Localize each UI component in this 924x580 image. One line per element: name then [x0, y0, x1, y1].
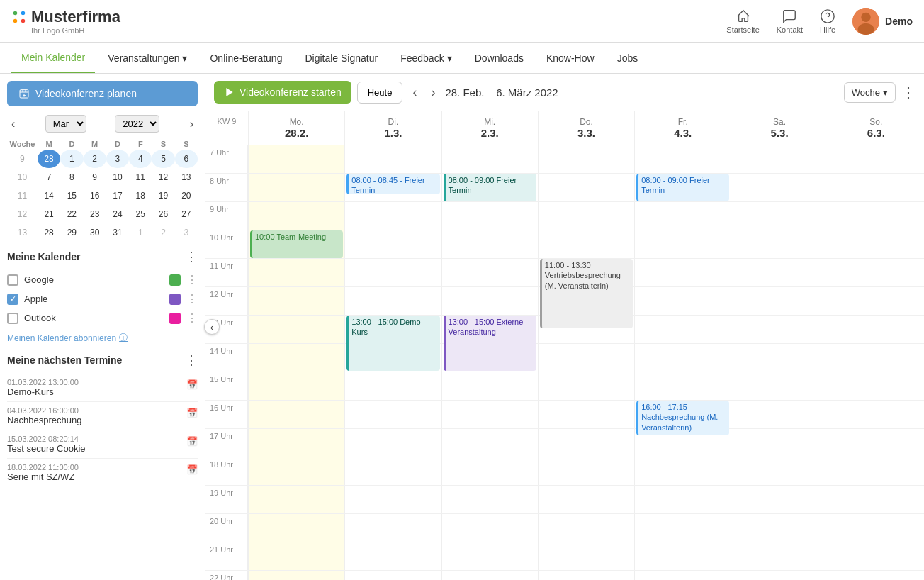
day-cell-21-1[interactable]	[344, 542, 441, 570]
calendar-day[interactable]: 18	[129, 186, 152, 205]
add-videoconference-button[interactable]: Videokonferenz planen	[7, 81, 198, 106]
day-cell-13-0[interactable]	[248, 316, 344, 343]
day-cell-18-6[interactable]	[828, 457, 924, 485]
day-cell-13-4[interactable]	[634, 316, 731, 343]
day-cell-10-3[interactable]	[538, 230, 634, 258]
calendar-color-google[interactable]	[169, 274, 181, 286]
calendar-menu-apple[interactable]: ⋮	[186, 292, 198, 306]
day-cell-10-0[interactable]: 10:00 Team-Meeting	[248, 230, 344, 258]
help-nav[interactable]: Hilfe	[820, 9, 835, 34]
day-cell-15-2[interactable]	[441, 372, 538, 400]
day-cell-14-3[interactable]	[538, 344, 634, 372]
day-cell-15-6[interactable]	[828, 372, 924, 400]
nav-jobs[interactable]: Jobs	[607, 44, 648, 72]
day-cell-17-1[interactable]	[344, 429, 441, 457]
subscribe-link[interactable]: Meinen Kalender abonnieren ⓘ	[7, 332, 198, 344]
calendar-day[interactable]: 21	[38, 205, 60, 223]
calendar-day[interactable]: 16	[84, 186, 106, 205]
calendar-day[interactable]: 14	[38, 186, 60, 205]
calendar-day[interactable]: 1	[129, 223, 152, 242]
day-cell-8-3[interactable]	[538, 174, 634, 201]
calendar-day[interactable]: 20	[175, 186, 198, 205]
day-cell-18-1[interactable]	[344, 457, 441, 485]
calendar-day[interactable]: 25	[129, 205, 152, 223]
day-cell-18-3[interactable]	[538, 457, 634, 485]
day-cell-9-3[interactable]	[538, 202, 634, 230]
nav-veranstaltungen[interactable]: Veranstaltungen ▾	[98, 44, 197, 72]
day-cell-16-0[interactable]	[248, 401, 344, 428]
day-cell-17-6[interactable]	[828, 429, 924, 457]
day-cell-20-6[interactable]	[828, 514, 924, 542]
calendar-day[interactable]: 28	[38, 150, 60, 168]
day-cell-12-4[interactable]	[634, 287, 731, 315]
calendar-checkbox-google[interactable]	[7, 274, 18, 286]
day-cell-16-4[interactable]: 16:00 - 17:15 Nachbesprechung (M. Verans…	[634, 401, 731, 428]
calendar-color-apple[interactable]	[169, 294, 181, 305]
day-cell-21-4[interactable]	[634, 542, 731, 570]
appointment-item[interactable]: 15.03.2022 08:20:14Test secure Cookie📅	[7, 430, 198, 459]
calendar-day[interactable]: 13	[175, 168, 198, 186]
calendar-event-0[interactable]: 08:00 - 08:45 - Freier Termin	[346, 174, 439, 194]
day-cell-14-4[interactable]	[634, 344, 731, 372]
day-cell-19-4[interactable]	[634, 486, 731, 513]
calendar-day[interactable]: 22	[60, 205, 83, 223]
week-number[interactable]: 12	[7, 205, 38, 223]
day-cell-13-1[interactable]: 13:00 - 15:00 Demo-Kurs	[344, 316, 441, 343]
day-cell-9-1[interactable]	[344, 202, 441, 230]
calendar-day[interactable]: 27	[175, 205, 198, 223]
calendar-event-6[interactable]: 13:00 - 15:00 Externe Veranstaltung	[444, 316, 536, 371]
next-appointments-menu[interactable]: ⋮	[185, 352, 198, 368]
calendar-menu-google[interactable]: ⋮	[186, 273, 198, 286]
day-cell-19-5[interactable]	[731, 486, 827, 513]
next-month-button[interactable]: ›	[186, 116, 198, 132]
day-cell-19-1[interactable]	[344, 486, 441, 513]
day-cell-9-5[interactable]	[731, 202, 827, 230]
day-cell-21-3[interactable]	[538, 542, 634, 570]
start-videoconference-button[interactable]: Videokonferenz starten	[214, 81, 351, 104]
calendar-color-outlook[interactable]	[169, 313, 181, 324]
day-cell-20-0[interactable]	[248, 514, 344, 542]
day-cell-16-3[interactable]	[538, 401, 634, 428]
day-cell-7-2[interactable]	[441, 145, 538, 173]
prev-month-button[interactable]: ‹	[7, 116, 19, 132]
day-cell-20-3[interactable]	[538, 514, 634, 542]
calendar-day[interactable]: 11	[129, 168, 152, 186]
day-cell-17-5[interactable]	[731, 429, 827, 457]
calendar-day[interactable]: 2	[84, 150, 106, 168]
calendar-event-4[interactable]: 11:00 - 13:30 Vertriebsbesprechung (M. V…	[540, 259, 633, 328]
day-cell-8-5[interactable]	[731, 174, 827, 201]
contact-nav[interactable]: Kontakt	[777, 9, 803, 34]
day-cell-8-4[interactable]: 08:00 - 09:00 Freier Termin	[634, 174, 731, 201]
calendar-day[interactable]: 7	[38, 168, 60, 186]
day-cell-9-0[interactable]	[248, 202, 344, 230]
day-cell-18-0[interactable]	[248, 457, 344, 485]
week-number[interactable]: 10	[7, 168, 38, 186]
day-cell-17-0[interactable]	[248, 429, 344, 457]
day-cell-13-5[interactable]	[731, 316, 827, 343]
toggle-sidebar-button[interactable]: ‹	[204, 319, 220, 335]
calendar-day[interactable]: 1	[60, 150, 83, 168]
day-cell-11-3[interactable]: 11:00 - 13:30 Vertriebsbesprechung (M. V…	[538, 259, 634, 286]
day-cell-15-0[interactable]	[248, 372, 344, 400]
calendar-day[interactable]: 12	[152, 168, 174, 186]
day-cell-11-2[interactable]	[441, 259, 538, 286]
day-cell-20-5[interactable]	[731, 514, 827, 542]
day-cell-8-2[interactable]: 08:00 - 09:00 Freier Termin	[441, 174, 538, 201]
calendar-day[interactable]: 24	[106, 205, 129, 223]
day-cell-22-5[interactable]	[731, 571, 827, 580]
calendar-day[interactable]: 2	[152, 223, 174, 242]
calendar-options-button[interactable]: ⋮	[901, 84, 915, 101]
calendar-day[interactable]: 23	[84, 205, 106, 223]
my-calendars-menu[interactable]: ⋮	[185, 249, 198, 264]
day-cell-13-2[interactable]: 13:00 - 15:00 Externe Veranstaltung	[441, 316, 538, 343]
calendar-event-3[interactable]: 10:00 Team-Meeting	[250, 230, 343, 258]
day-cell-7-4[interactable]	[634, 145, 731, 173]
day-cell-9-6[interactable]	[828, 202, 924, 230]
day-cell-21-2[interactable]	[441, 542, 538, 570]
day-cell-12-2[interactable]	[441, 287, 538, 315]
day-cell-7-6[interactable]	[828, 145, 924, 173]
user-area[interactable]: Demo	[852, 8, 913, 35]
day-cell-10-6[interactable]	[828, 230, 924, 258]
calendar-day[interactable]: 4	[129, 150, 152, 168]
calendar-grid[interactable]: KW 9 Mo. 28.2. Di. 1.3. Mi. 2.3. Do.	[205, 111, 924, 580]
